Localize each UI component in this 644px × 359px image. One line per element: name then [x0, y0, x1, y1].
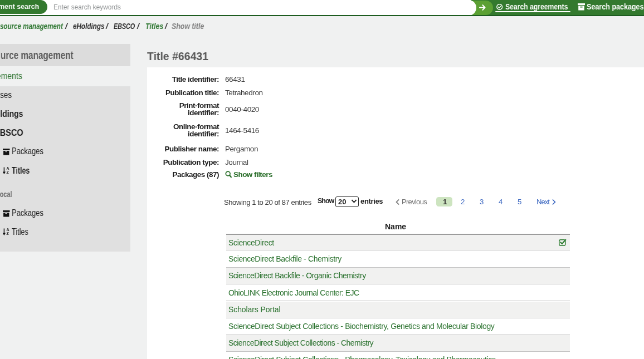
svg-text:A: A	[6, 167, 9, 170]
svg-text:Z: Z	[6, 170, 9, 174]
svg-text:Z: Z	[6, 232, 9, 236]
